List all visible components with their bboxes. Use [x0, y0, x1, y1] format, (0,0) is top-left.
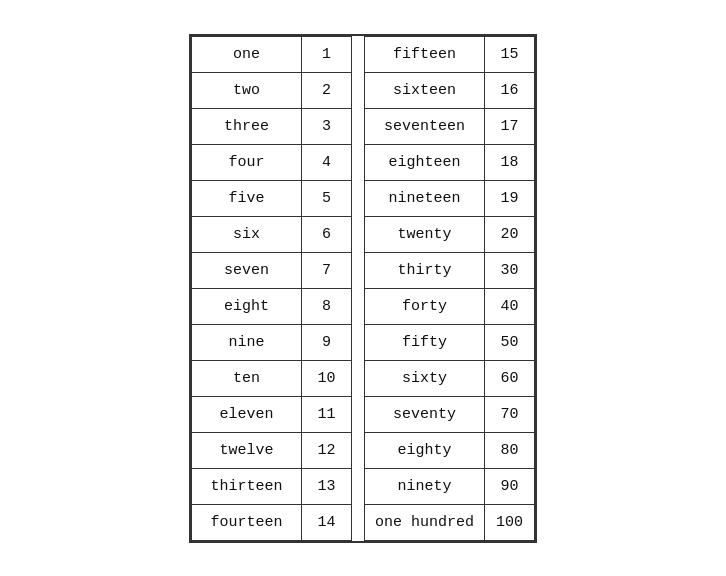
word-cell: nineteen — [364, 180, 484, 216]
word-cell: ninety — [364, 468, 484, 504]
word-cell: fifteen — [364, 36, 484, 72]
number-cell: 16 — [485, 72, 535, 108]
number-cell: 18 — [485, 144, 535, 180]
word-cell: three — [191, 108, 301, 144]
number-cell: 80 — [485, 432, 535, 468]
table-row: seven7 — [191, 252, 351, 288]
number-cell: 5 — [301, 180, 351, 216]
table-row: sixty60 — [364, 360, 534, 396]
number-cell: 14 — [301, 504, 351, 540]
table-row: fifteen15 — [364, 36, 534, 72]
word-cell: one — [191, 36, 301, 72]
table-row: twenty20 — [364, 216, 534, 252]
table-row: one hundred100 — [364, 504, 534, 540]
number-cell: 10 — [301, 360, 351, 396]
word-cell: sixteen — [364, 72, 484, 108]
number-cell: 12 — [301, 432, 351, 468]
table-row: seventeen17 — [364, 108, 534, 144]
word-cell: eighty — [364, 432, 484, 468]
word-cell: eight — [191, 288, 301, 324]
number-cell: 2 — [301, 72, 351, 108]
table-row: eight8 — [191, 288, 351, 324]
number-cell: 90 — [485, 468, 535, 504]
word-cell: seventy — [364, 396, 484, 432]
table-row: ninety90 — [364, 468, 534, 504]
table-row: six6 — [191, 216, 351, 252]
table-row: nineteen19 — [364, 180, 534, 216]
word-cell: ten — [191, 360, 301, 396]
word-cell: sixty — [364, 360, 484, 396]
table-row: three3 — [191, 108, 351, 144]
table-row: one1 — [191, 36, 351, 72]
number-cell: 20 — [485, 216, 535, 252]
table-row: eleven11 — [191, 396, 351, 432]
word-cell: one hundred — [364, 504, 484, 540]
left-table: one1two2three3four4five5six6seven7eight8… — [191, 36, 352, 541]
word-cell: two — [191, 72, 301, 108]
number-cell: 19 — [485, 180, 535, 216]
number-cell: 100 — [485, 504, 535, 540]
word-cell: seventeen — [364, 108, 484, 144]
table-row: thirteen13 — [191, 468, 351, 504]
table-row: fourteen14 — [191, 504, 351, 540]
table-row: ten10 — [191, 360, 351, 396]
page-container: one1two2three3four4five5six6seven7eight8… — [0, 0, 726, 576]
number-cell: 30 — [485, 252, 535, 288]
word-cell: eleven — [191, 396, 301, 432]
table-row: sixteen16 — [364, 72, 534, 108]
word-cell: five — [191, 180, 301, 216]
word-cell: fourteen — [191, 504, 301, 540]
word-cell: seven — [191, 252, 301, 288]
tables-wrapper: one1two2three3four4five5six6seven7eight8… — [189, 34, 537, 543]
word-cell: fifty — [364, 324, 484, 360]
table-row: seventy70 — [364, 396, 534, 432]
number-cell: 7 — [301, 252, 351, 288]
number-cell: 50 — [485, 324, 535, 360]
right-table: fifteen15sixteen16seventeen17eighteen18n… — [364, 36, 535, 541]
number-cell: 15 — [485, 36, 535, 72]
word-cell: thirteen — [191, 468, 301, 504]
word-cell: twenty — [364, 216, 484, 252]
number-cell: 3 — [301, 108, 351, 144]
number-cell: 17 — [485, 108, 535, 144]
table-row: forty40 — [364, 288, 534, 324]
number-cell: 6 — [301, 216, 351, 252]
word-cell: forty — [364, 288, 484, 324]
table-row: four4 — [191, 144, 351, 180]
number-cell: 9 — [301, 324, 351, 360]
number-cell: 70 — [485, 396, 535, 432]
table-row: nine9 — [191, 324, 351, 360]
table-row: eighteen18 — [364, 144, 534, 180]
number-cell: 13 — [301, 468, 351, 504]
number-cell: 4 — [301, 144, 351, 180]
word-cell: thirty — [364, 252, 484, 288]
table-row: eighty80 — [364, 432, 534, 468]
word-cell: four — [191, 144, 301, 180]
number-cell: 1 — [301, 36, 351, 72]
word-cell: eighteen — [364, 144, 484, 180]
table-row: thirty30 — [364, 252, 534, 288]
number-cell: 8 — [301, 288, 351, 324]
number-cell: 60 — [485, 360, 535, 396]
word-cell: twelve — [191, 432, 301, 468]
table-row: two2 — [191, 72, 351, 108]
table-row: twelve12 — [191, 432, 351, 468]
word-cell: nine — [191, 324, 301, 360]
number-cell: 11 — [301, 396, 351, 432]
number-cell: 40 — [485, 288, 535, 324]
table-row: five5 — [191, 180, 351, 216]
word-cell: six — [191, 216, 301, 252]
table-row: fifty50 — [364, 324, 534, 360]
